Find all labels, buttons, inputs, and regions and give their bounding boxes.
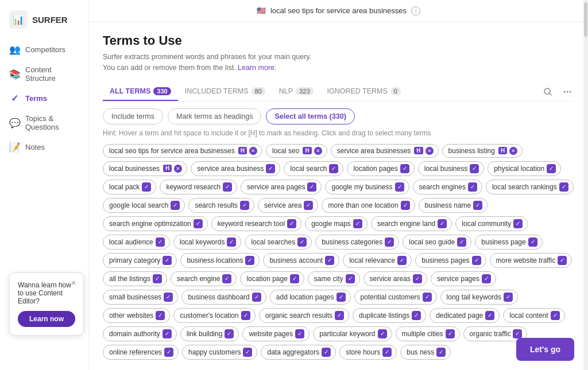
term-chip[interactable]: long tail keywords✓ — [440, 290, 518, 305]
term-chip[interactable]: organic search results✓ — [259, 308, 349, 323]
term-check[interactable]: ✓ — [245, 256, 254, 265]
term-chip[interactable]: local audience✓ — [103, 235, 170, 250]
lets-go-button[interactable]: Let's go — [516, 338, 574, 361]
term-check[interactable]: ✓ — [446, 329, 455, 338]
term-check[interactable]: ✓ — [225, 329, 234, 338]
term-check[interactable]: ✓ — [252, 293, 261, 302]
term-chip[interactable]: website pages✓ — [242, 326, 310, 341]
term-chip[interactable]: business name✓ — [419, 198, 488, 213]
term-chip[interactable]: all the listings✓ — [103, 271, 167, 286]
term-check[interactable]: ✓ — [163, 256, 172, 265]
term-check[interactable]: ✓ — [400, 164, 409, 173]
sidebar-item-terms[interactable]: ✓ Terms — [0, 88, 88, 109]
term-check[interactable]: ✓ — [401, 201, 410, 210]
term-chip[interactable]: dedicated page✓ — [430, 308, 500, 323]
scrollbar-thumb[interactable] — [584, 2, 587, 37]
term-check[interactable]: ✓ — [266, 164, 275, 173]
term-chip[interactable]: location page✓ — [240, 271, 304, 286]
sidebar-item-topics[interactable]: 💬 Topics & Questions — [0, 109, 88, 137]
term-check[interactable]: ✓ — [558, 256, 567, 265]
term-chip[interactable]: online references✓ — [103, 345, 179, 360]
term-check[interactable]: ✓ — [322, 348, 331, 357]
term-chip[interactable]: same city✓ — [308, 271, 360, 286]
term-chip[interactable]: business locations✓ — [180, 253, 260, 268]
term-chip[interactable]: local seoH✕ — [266, 144, 327, 158]
term-chip[interactable]: local seo guide✓ — [403, 235, 471, 250]
term-check[interactable]: ✓ — [223, 182, 232, 192]
term-check[interactable]: ✓ — [240, 201, 249, 210]
term-chip[interactable]: potential customers✓ — [354, 290, 437, 305]
term-check[interactable]: ✓ — [241, 311, 250, 320]
term-chip[interactable]: business account✓ — [263, 253, 339, 268]
term-chip[interactable]: google my business✓ — [325, 180, 409, 194]
term-check[interactable]: ✓ — [559, 182, 568, 192]
term-chip[interactable]: multiple cities✓ — [396, 326, 460, 341]
term-check[interactable]: ✓ — [295, 329, 304, 338]
term-check[interactable]: ✓ — [171, 201, 180, 210]
term-check[interactable]: ✓ — [513, 219, 523, 228]
term-x-button[interactable]: ✕ — [174, 165, 182, 173]
term-chip[interactable]: local seo tips for service area business… — [103, 144, 262, 158]
term-check[interactable]: ✓ — [504, 293, 513, 302]
term-chip[interactable]: local keywords✓ — [173, 235, 242, 250]
term-chip[interactable]: more than one location✓ — [322, 198, 415, 213]
term-chip[interactable]: service pages✓ — [431, 271, 496, 286]
term-check[interactable]: ✓ — [142, 182, 151, 192]
term-chip[interactable]: small businesses✓ — [103, 290, 178, 305]
term-check[interactable]: ✓ — [163, 329, 172, 338]
term-check[interactable]: ✓ — [547, 164, 556, 173]
term-check[interactable]: ✓ — [156, 237, 165, 247]
term-chip[interactable]: service areas✓ — [363, 271, 427, 286]
sidebar-item-notes[interactable]: 📝 Notes — [0, 137, 88, 158]
term-check[interactable]: ✓ — [227, 237, 236, 247]
term-check[interactable]: ✓ — [304, 201, 313, 210]
term-chip[interactable]: keyword research tool✓ — [211, 216, 301, 231]
term-chip[interactable]: particular keyword✓ — [313, 326, 392, 341]
term-check[interactable]: ✓ — [468, 182, 477, 192]
term-chip[interactable]: more website traffic✓ — [490, 253, 572, 268]
term-chip[interactable]: keyword research✓ — [160, 180, 237, 194]
term-check[interactable]: ✓ — [353, 219, 362, 228]
select-all-button[interactable]: Select all terms (330) — [266, 108, 354, 124]
include-terms-button[interactable]: Include terms — [103, 108, 163, 124]
term-check[interactable]: ✓ — [528, 237, 537, 247]
term-chip[interactable]: link building✓ — [180, 326, 239, 341]
info-icon[interactable]: i — [411, 6, 420, 15]
term-chip[interactable]: other websites✓ — [103, 308, 170, 323]
term-chip[interactable]: service area pages✓ — [241, 180, 322, 194]
term-chip[interactable]: business listingH✕ — [442, 144, 523, 158]
sidebar-item-content-structure[interactable]: 📚 Content Structure — [0, 60, 88, 88]
term-chip[interactable]: location pages✓ — [347, 161, 414, 176]
term-check[interactable]: ✓ — [243, 348, 252, 357]
term-chip[interactable]: local search rankings✓ — [486, 180, 574, 194]
term-x-button[interactable]: ✕ — [249, 147, 257, 155]
term-chip[interactable]: business pages✓ — [415, 253, 486, 268]
mark-headings-button[interactable]: Mark terms as headings — [168, 108, 261, 124]
term-check[interactable]: ✓ — [222, 274, 231, 283]
term-check[interactable]: ✓ — [307, 182, 316, 192]
term-x-button[interactable]: ✕ — [425, 147, 434, 155]
term-check[interactable]: ✓ — [297, 237, 307, 247]
term-check[interactable]: ✓ — [423, 293, 432, 302]
term-chip[interactable]: local searches✓ — [245, 235, 312, 250]
term-check[interactable]: ✓ — [329, 164, 338, 173]
term-chip[interactable]: add location pages✓ — [270, 290, 351, 305]
term-check[interactable]: ✓ — [385, 237, 394, 247]
term-chip[interactable]: local content✓ — [503, 308, 564, 323]
term-check[interactable]: ✓ — [194, 219, 203, 228]
term-chip[interactable]: local community✓ — [455, 216, 528, 231]
learn-more-link[interactable]: Learn more. — [238, 64, 276, 72]
term-check[interactable]: ✓ — [485, 311, 494, 320]
term-check[interactable]: ✓ — [397, 256, 407, 265]
term-chip[interactable]: search engines✓ — [413, 180, 482, 194]
term-check[interactable]: ✓ — [395, 182, 404, 192]
term-check[interactable]: ✓ — [378, 329, 387, 338]
term-check[interactable]: ✓ — [153, 274, 162, 283]
term-check[interactable]: ✓ — [290, 274, 299, 283]
term-chip[interactable]: business categories✓ — [315, 235, 399, 250]
term-chip[interactable]: local business✓ — [418, 161, 484, 176]
tab-nlp[interactable]: NLP 323 — [272, 83, 320, 101]
term-check[interactable]: ✓ — [457, 237, 466, 247]
term-chip[interactable]: service area business✓ — [191, 161, 280, 176]
term-check[interactable]: ✓ — [482, 274, 491, 283]
